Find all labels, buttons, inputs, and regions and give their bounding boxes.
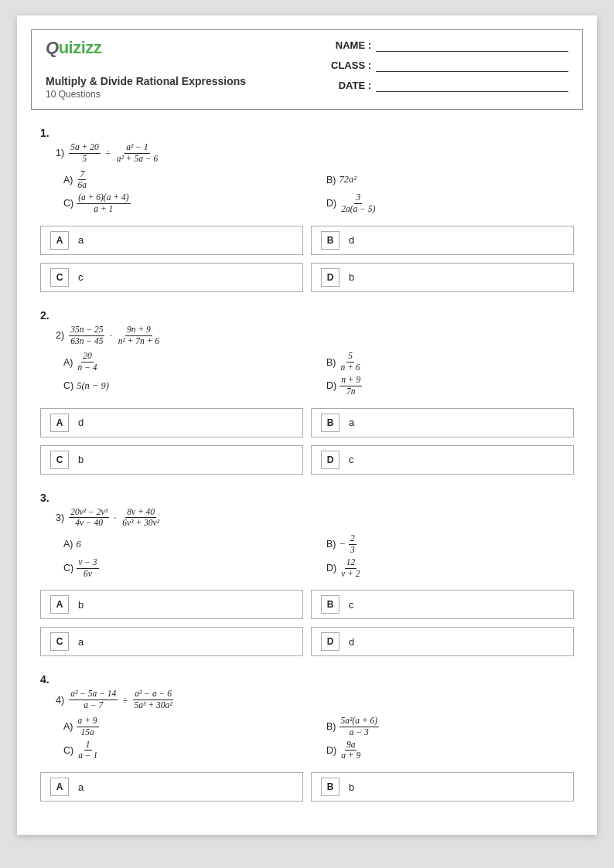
option-3A: A) 6 [63,533,311,556]
quiz-subtitle: 10 Questions [46,89,246,100]
answer-3B: B c [311,590,574,619]
answer-value-4A: a [78,781,84,793]
option-4D: D) 9aa + 9 [326,740,574,762]
option-4A: A) a + 915a [63,716,311,738]
question-4: 4. 4) a² − 5a − 14a − 7 ÷ a² − a − 65a³ … [40,673,574,802]
answer-2B: B a [311,408,574,437]
option-2D: D) n + 97n [326,375,574,397]
option-4C: C) 1a − 1 [63,740,311,762]
quiz-title: Multiply & Divide Rational Expressions [46,75,246,87]
question-4-answers: A a B b [40,772,574,802]
answer-letter-4B: B [321,778,339,796]
option-1A: A) 76a [63,169,311,192]
answer-letter-2C: C [50,451,69,469]
answer-letter-2D: D [321,451,339,469]
answer-value-3D: d [349,636,354,648]
question-3: 3. 3) 20v² − 2v³4v − 40 · 8v + 406v³ + 3… [40,492,574,657]
answer-value-1C: c [78,271,84,283]
answer-4B: B b [311,772,574,802]
question-2-answers: A d B a C b D c [40,408,574,475]
answer-value-1D: b [349,271,354,283]
header: Quizizz Multiply & Divide Rational Expre… [31,29,583,110]
question-1-num: 1. [40,127,574,139]
header-right: NAME : CLASS : DATE : [329,38,568,92]
answer-value-2D: c [349,454,354,465]
date-line [376,78,568,92]
option-2C: C) 5(n − 9) [63,375,311,397]
question-4-body: 4) a² − 5a − 14a − 7 ÷ a² − a − 65a³ + 3… [56,689,574,761]
question-3-problem: 3) 20v² − 2v³4v − 40 · 8v + 406v³ + 30v² [56,507,574,529]
option-1D: D) 32a(a − 5) [326,192,574,215]
answer-value-4B: b [349,781,354,793]
question-2-body: 2) 35n − 2563n − 45 · 9n + 9n² + 7n + 6 … [56,325,574,397]
option-4B: B) 5a²(a + 6)a − 3 [326,716,574,738]
header-left: Quizizz Multiply & Divide Rational Expre… [46,38,246,100]
answer-letter-2A: A [50,414,69,432]
option-2A: A) 20n − 4 [63,351,311,373]
option-3B: B) −23 [326,533,574,556]
name-label: NAME : [329,39,371,51]
question-2-options: A) 20n − 4 B) 5n + 6 C) 5(n − 9) D) n + … [63,351,574,397]
answer-value-3C: a [78,636,84,648]
date-label: DATE : [329,80,371,91]
answer-value-3B: c [349,599,354,611]
content: 1. 1) 5a + 205 ÷ a² − 1a² + 5a − 6 A) 76… [17,127,597,802]
answer-letter-3A: A [50,595,69,614]
answer-letter-3B: B [321,595,339,614]
answer-1A: A a [40,226,303,255]
answer-value-3A: b [78,599,84,611]
answer-letter-2B: B [321,414,339,432]
answer-value-2C: b [78,454,84,465]
question-4-num: 4. [40,673,574,686]
class-line [376,58,568,72]
answer-letter-1A: A [50,231,69,250]
answer-value-1B: d [349,234,354,246]
answer-2C: C b [40,445,303,475]
option-3C: C) v − 36v [63,557,311,580]
option-2B: B) 5n + 6 [326,351,574,373]
answer-3A: A b [40,590,303,619]
answer-4A: A a [40,772,303,802]
question-3-num: 3. [40,492,574,504]
name-line [376,38,568,52]
question-4-options: A) a + 915a B) 5a²(a + 6)a − 3 C) 1a − 1… [63,716,574,761]
answer-3C: C a [40,627,303,656]
answer-1D: D b [311,263,574,292]
answer-letter-3D: D [321,632,339,651]
class-label: CLASS : [329,60,371,71]
answer-1B: B d [311,226,574,255]
question-1-options: A) 76a B) 72a² C) (a + 6)(a + 4)a + 1 D)… [63,169,574,215]
name-field-row: NAME : [329,38,568,52]
question-3-options: A) 6 B) −23 C) v − 36v D) 12v + 2 [63,533,574,579]
question-1-problem: 1) 5a + 205 ÷ a² − 1a² + 5a − 6 [56,142,574,165]
answer-letter-1B: B [321,231,339,250]
answer-2A: A d [40,408,303,437]
question-2-num: 2. [40,309,574,322]
question-1-body: 1) 5a + 205 ÷ a² − 1a² + 5a − 6 A) 76a B… [56,142,574,215]
option-3D: D) 12v + 2 [326,557,574,580]
answer-letter-1D: D [321,268,339,287]
page: Quizizz Multiply & Divide Rational Expre… [17,15,597,835]
question-1: 1. 1) 5a + 205 ÷ a² − 1a² + 5a − 6 A) 76… [40,127,574,292]
question-1-answers: A a B d C c D b [40,226,574,292]
class-field-row: CLASS : [329,58,568,72]
answer-3D: D d [311,627,574,656]
date-field-row: DATE : [329,78,568,92]
question-3-answers: A b B c C a D d [40,590,574,656]
answer-letter-4A: A [50,778,69,796]
logo: Quizizz [46,38,246,58]
answer-1C: C c [40,263,303,292]
answer-2D: D c [311,445,574,475]
answer-value-2A: d [78,417,84,428]
answer-letter-1C: C [50,268,69,287]
question-2: 2. 2) 35n − 2563n − 45 · 9n + 9n² + 7n +… [40,309,574,475]
option-1C: C) (a + 6)(a + 4)a + 1 [63,192,311,215]
answer-value-1A: a [78,234,84,246]
option-1B: B) 72a² [326,169,574,192]
question-4-problem: 4) a² − 5a − 14a − 7 ÷ a² − a − 65a³ + 3… [56,689,574,711]
answer-letter-3C: C [50,632,69,651]
question-3-body: 3) 20v² − 2v³4v − 40 · 8v + 406v³ + 30v²… [56,507,574,580]
answer-value-2B: a [349,417,354,428]
question-2-problem: 2) 35n − 2563n − 45 · 9n + 9n² + 7n + 6 [56,325,574,347]
